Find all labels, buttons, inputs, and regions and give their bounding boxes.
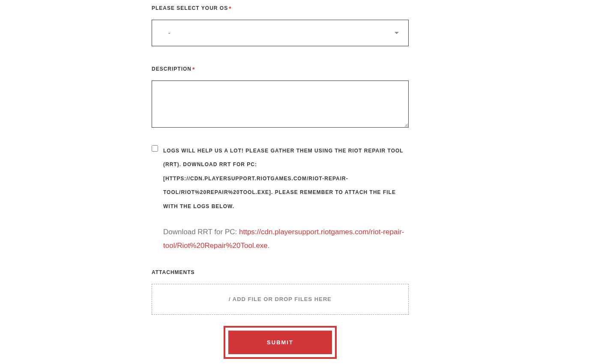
logs-checkbox-row: LOGS WILL HELP US A LOT! PLEASE GATHER T… (152, 144, 409, 213)
download-info: Download RRT for PC: https://cdn.players… (163, 225, 409, 253)
submit-frame: SUBMIT (224, 326, 337, 359)
os-select-label-text: PLEASE SELECT YOUR OS (152, 5, 228, 11)
os-select-label: PLEASE SELECT YOUR OS* (152, 5, 409, 12)
os-select[interactable]: - (152, 20, 409, 46)
dropzone-text: / ADD FILE OR DROP FILES HERE (229, 296, 332, 302)
description-label-text: DESCRIPTION (152, 66, 191, 72)
chevron-down-icon (395, 32, 399, 34)
attachments-label: ATTACHMENTS (152, 269, 409, 275)
logs-checkbox[interactable] (152, 145, 158, 152)
submit-wrapper: SUBMIT (152, 326, 409, 359)
download-info-suffix: . (268, 242, 270, 250)
form-container: PLEASE SELECT YOUR OS* - DESCRIPTION* LO… (152, 0, 409, 359)
os-select-value: - (152, 20, 408, 45)
required-asterisk: * (229, 5, 231, 12)
required-asterisk: * (192, 66, 195, 73)
submit-button[interactable]: SUBMIT (228, 331, 332, 354)
description-label: DESCRIPTION* (152, 66, 409, 73)
logs-checkbox-label: LOGS WILL HELP US A LOT! PLEASE GATHER T… (163, 144, 409, 213)
attachments-dropzone[interactable]: / ADD FILE OR DROP FILES HERE (152, 284, 409, 315)
description-textarea[interactable] (152, 81, 409, 128)
download-info-prefix: Download RRT for PC: (163, 228, 239, 236)
